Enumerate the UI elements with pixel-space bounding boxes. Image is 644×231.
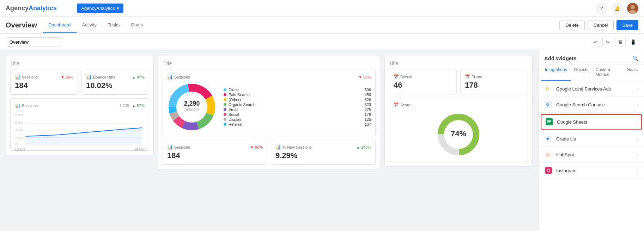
- integration-list: A Google Local Services Ads › ⚙ Google S…: [539, 81, 644, 179]
- logo-agency: Agency: [6, 5, 29, 12]
- tab-activity[interactable]: Activity: [77, 17, 102, 33]
- email-dot: [224, 108, 226, 111]
- logo: AgencyAnalytics: [6, 5, 57, 12]
- sidebar-tab-goals[interactable]: Goals: [623, 64, 641, 81]
- integration-google-search-console[interactable]: ⚙ Google Search Console ›: [539, 97, 644, 113]
- middle-sessions-widget: 📊 Sessions ▼ 86% 184: [163, 140, 267, 165]
- bounce-rate-label: 📊 Bounce Rate: [86, 74, 116, 80]
- svg-text:◎: ◎: [546, 152, 549, 157]
- legend-social: Social 178: [224, 112, 371, 117]
- new-sessions-widget: 📊 % New Sessions ▲ 243% 9.29%: [271, 140, 376, 165]
- logo-divider: [67, 4, 67, 13]
- bounce-rate-badge: ▲ 47%: [132, 75, 145, 79]
- svg-text:0: 0: [15, 143, 18, 146]
- integration-google-sheets[interactable]: Google Sheets ›: [541, 114, 642, 130]
- middle-bottom-widgets: 📊 Sessions ▼ 86% 184 📊 %: [163, 140, 376, 165]
- chart-x-labels: 18 Oct 19 Oct: [15, 148, 145, 151]
- sidebar-tab-custom-metrics[interactable]: Custom Metrics: [592, 64, 623, 81]
- integration-grade-us[interactable]: ★ Grade Us ›: [539, 131, 644, 147]
- notification-button[interactable]: 🔔: [612, 3, 623, 14]
- cancel-button[interactable]: Cancel: [588, 20, 614, 30]
- svg-text:74%: 74%: [451, 129, 466, 138]
- critical-value: 46: [394, 81, 452, 90]
- legend-other: (Other) 326: [224, 97, 371, 102]
- bounce-rate-header: 📊 Bounce Rate ▲ 47%: [86, 74, 145, 80]
- google-local-services-name: Google Local Services Ads: [556, 86, 637, 92]
- undo-button[interactable]: ↩: [590, 37, 600, 47]
- sessions-chart-widget: 📊 Sessions 1,228 ▲ 57% 800: [10, 98, 149, 151]
- mobile-icon: 📱: [630, 39, 636, 45]
- right-section: Title 📅 Critical 46: [384, 56, 533, 167]
- chevron-down-icon: ▾: [117, 6, 119, 11]
- chart-badge: ▲ 57%: [132, 104, 145, 108]
- user-avatar[interactable]: [627, 3, 638, 14]
- bounce-rate-value: 10.02%: [86, 81, 145, 90]
- integration-instagram[interactable]: Instagram ›: [539, 163, 644, 179]
- redo-button[interactable]: ↪: [602, 37, 613, 47]
- middle-column: Title 📊 Sessions ▼ 55%: [158, 56, 380, 174]
- delete-button[interactable]: Delete: [559, 20, 585, 30]
- integration-google-local-services[interactable]: A Google Local Services Ads ›: [539, 81, 644, 97]
- legend-referral: Referral 107: [224, 122, 371, 127]
- svg-rect-31: [547, 121, 551, 122]
- mobile-button[interactable]: 📱: [628, 37, 638, 47]
- right-column: Title 📅 Critical 46: [384, 56, 533, 174]
- tab-dashboard[interactable]: Dashboard: [43, 17, 77, 33]
- overview-input[interactable]: [6, 37, 62, 47]
- redo-icon: ↪: [606, 39, 610, 45]
- svg-text:600: 600: [15, 121, 23, 124]
- errors-icon: 📅: [465, 74, 470, 79]
- legend-email: Email 275: [224, 107, 371, 112]
- sessions-header: 📊 Sessions ▼ 86%: [15, 74, 73, 80]
- tabs-actions: Delete Cancel Save: [559, 20, 638, 30]
- social-dot: [224, 113, 226, 116]
- sidebar-tab-integrations[interactable]: Integrations: [541, 64, 571, 81]
- svg-point-1: [629, 10, 636, 14]
- tab-goals[interactable]: Goals: [125, 17, 148, 33]
- donut-legend: Direct 506 Paid Search 450 (Other): [224, 87, 371, 127]
- right-top-widgets: 📅 Critical 46 📅 Errors: [389, 70, 528, 94]
- agency-analytics-button[interactable]: AgencyAnalytics ▾: [77, 4, 123, 13]
- legend-paid-search: Paid Search 450: [224, 92, 371, 97]
- critical-widget: 📅 Critical 46: [389, 70, 457, 94]
- tab-tasks[interactable]: Tasks: [102, 17, 125, 33]
- canvas: Title 📊 Sessions ▼ 86% 184: [0, 50, 538, 231]
- save-button[interactable]: Save: [616, 20, 638, 30]
- add-widgets-sidebar: Add Widgets 🔍 Integrations Objects Custo…: [538, 50, 644, 231]
- google-search-console-name: Google Search Console: [556, 102, 637, 107]
- desktop-button[interactable]: 🖥: [615, 37, 626, 47]
- left-column: Title 📊 Sessions ▼ 86% 184: [6, 56, 154, 174]
- sidebar-tab-objects[interactable]: Objects: [571, 64, 592, 81]
- google-search-console-icon: ⚙: [544, 100, 553, 109]
- chevron-right-icon-3: ›: [637, 136, 638, 142]
- bar-chart-icon2: 📊: [86, 74, 92, 80]
- bar-chart-icon: 📊: [15, 74, 20, 80]
- svg-text:Sessions: Sessions: [185, 107, 199, 111]
- integration-hubspot[interactable]: ◎ HubSpot ›: [539, 147, 644, 163]
- help-button[interactable]: ?: [596, 3, 607, 14]
- grade-us-icon: ★: [544, 135, 553, 143]
- chevron-right-icon-4: ›: [637, 152, 638, 157]
- organic-dot: [224, 103, 226, 106]
- bell-icon: 🔔: [614, 6, 620, 11]
- svg-text:★: ★: [546, 137, 549, 141]
- chevron-right-icon-2: ›: [636, 119, 638, 125]
- search-icon[interactable]: 🔍: [632, 56, 638, 61]
- left-section: Title 📊 Sessions ▼ 86% 184: [6, 56, 154, 155]
- chart-count: 1,228: [120, 104, 129, 108]
- svg-rect-37: [545, 167, 552, 174]
- middle-section: Title 📊 Sessions ▼ 55%: [158, 56, 380, 169]
- top-widgets-left: 📊 Sessions ▼ 86% 184 📊 B: [10, 70, 149, 95]
- google-local-services-icon: A: [544, 85, 553, 93]
- svg-text:2,290: 2,290: [184, 100, 200, 107]
- google-sheets-name: Google Sheets: [557, 119, 636, 125]
- score-donut: 74%: [436, 112, 481, 157]
- chart-label: 📊 Sessions: [15, 103, 38, 108]
- middle-section-title: Title: [163, 61, 376, 66]
- svg-text:A: A: [546, 86, 549, 92]
- sessions-label: 📊 Sessions: [15, 74, 38, 80]
- chart-header: 📊 Sessions 1,228 ▲ 57%: [15, 103, 145, 108]
- sidebar-header: Add Widgets 🔍: [539, 50, 644, 64]
- mid-sessions-value: 184: [167, 151, 263, 160]
- svg-point-39: [550, 169, 551, 169]
